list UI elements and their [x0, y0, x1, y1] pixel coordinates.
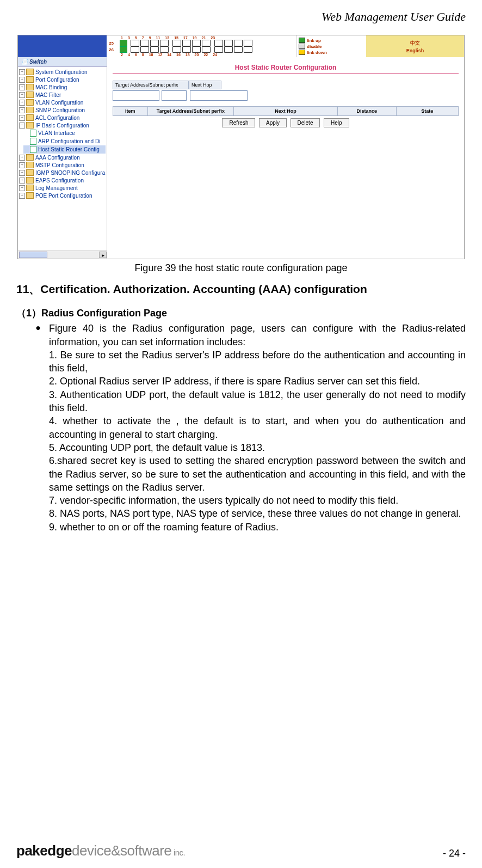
main-content: Host Static Router Configuration Target …	[107, 57, 464, 259]
port-row-label: 25	[109, 41, 119, 46]
port-num: 1	[121, 36, 123, 40]
port-icon	[192, 40, 201, 46]
sub-heading: （1）Radius Configuration Page	[16, 307, 466, 320]
figure-screenshot: 1 3 5 7 9 11 13 15 17 19 21 23 25	[17, 35, 465, 259]
page-icon	[30, 146, 36, 153]
port-num: 11	[156, 36, 160, 40]
expand-icon[interactable]: +	[19, 155, 25, 161]
port-num: 4	[128, 53, 130, 57]
port-icon	[182, 40, 191, 46]
bullet-marker: ●	[16, 322, 49, 534]
title-divider	[113, 74, 459, 74]
tree-item-vlan-interface[interactable]: VLAN Interface	[23, 129, 106, 137]
expand-icon[interactable]: +	[19, 107, 25, 113]
language-panel: 中文 English	[366, 35, 464, 57]
sidebar-scrollbar[interactable]: ▸	[18, 250, 107, 259]
port-num: 16	[176, 53, 181, 57]
tree-item-mac-filter[interactable]: +MAC Filter	[19, 91, 106, 99]
tree-item-log[interactable]: +Log Management	[19, 184, 106, 192]
port-icon	[172, 46, 181, 53]
scrollbar-right-arrow-icon[interactable]: ▸	[99, 252, 107, 258]
tree-item-mstp[interactable]: +MSTP Configuration	[19, 161, 106, 169]
subnet-prefix-input[interactable]	[162, 90, 187, 101]
folder-icon	[26, 91, 34, 98]
expand-icon[interactable]: +	[19, 178, 25, 184]
bullet-p6: 6.shared secret key is used to setting t…	[49, 455, 466, 493]
refresh-button[interactable]: Refresh	[222, 118, 255, 127]
figure-caption: Figure 39 the host static route configur…	[16, 262, 466, 274]
sidebar-title: 📄Switch	[18, 57, 107, 67]
apply-button[interactable]: Apply	[259, 118, 287, 127]
expand-icon[interactable]: +	[19, 170, 25, 176]
folder-icon	[26, 192, 34, 199]
expand-icon[interactable]: +	[19, 84, 25, 90]
port-icon	[172, 40, 181, 46]
tree-item-eaps[interactable]: +EAPS Configuration	[19, 176, 106, 184]
tree-item-mac-binding[interactable]: +MAC Binding	[19, 83, 106, 91]
port-green-icon	[120, 46, 127, 53]
table-header-state: State	[396, 107, 458, 116]
legend-disable-icon	[299, 44, 305, 49]
folder-icon	[26, 69, 34, 75]
bullet-content: Figure 40 is the Radius configuration pa…	[49, 322, 466, 534]
lang-en-link[interactable]: English	[406, 48, 424, 53]
port-icon	[244, 40, 252, 46]
tree-item-port[interactable]: +Port Configuration	[19, 76, 106, 83]
bullet-p8: 8. NAS ports, NAS port type, NAS type of…	[49, 508, 461, 519]
tree-item-arp-config[interactable]: ARP Configuration and Di	[23, 137, 106, 145]
table-header-nexthop: Next Hop	[234, 107, 338, 116]
lang-cn-link[interactable]: 中文	[410, 40, 420, 47]
logo-light: device&software	[72, 842, 171, 859]
expand-icon[interactable]: +	[19, 100, 25, 106]
legend-linkup-icon	[299, 38, 305, 43]
port-num: 12	[158, 53, 162, 57]
next-hop-input[interactable]	[190, 90, 248, 101]
expand-icon[interactable]: +	[19, 115, 25, 121]
legend-linkdown-label: link down	[307, 50, 327, 55]
port-num: 9	[149, 36, 151, 40]
page-icon	[30, 130, 36, 137]
port-num: 18	[186, 53, 190, 57]
collapse-icon[interactable]: −	[19, 123, 25, 129]
tree-item-aaa[interactable]: +AAA Configuration	[19, 154, 106, 161]
expand-icon[interactable]: +	[19, 162, 25, 168]
legend-linkup-label: link up	[307, 38, 321, 43]
port-num: 15	[174, 36, 178, 40]
tree-item-poe[interactable]: +POE Port Configuration	[19, 192, 106, 199]
expand-icon[interactable]: +	[19, 77, 25, 83]
folder-icon	[26, 99, 34, 106]
port-icon	[244, 46, 252, 53]
port-panel: 1 3 5 7 9 11 13 15 17 19 21 23 25	[107, 35, 296, 57]
expand-icon[interactable]: +	[19, 69, 25, 75]
target-address-input[interactable]	[113, 90, 159, 101]
port-num: 22	[203, 53, 208, 57]
folder-icon	[26, 185, 34, 191]
port-icon	[182, 46, 191, 53]
port-icon	[160, 40, 169, 46]
tree-item-snmp[interactable]: +SNMP Configuration	[19, 106, 106, 114]
port-num: 8	[142, 53, 144, 57]
port-icon	[224, 40, 233, 46]
tree-item-vlan[interactable]: +VLAN Configuration	[19, 99, 106, 106]
help-button[interactable]: Help	[324, 118, 349, 127]
logo-inc: inc.	[171, 848, 185, 857]
tree-item-igmp[interactable]: +IGMP SNOOPING Configura	[19, 169, 106, 176]
expand-icon[interactable]: +	[19, 193, 25, 199]
expand-icon[interactable]: +	[19, 185, 25, 191]
folder-icon	[26, 76, 34, 83]
tree-item-acl[interactable]: +ACL Configuration	[19, 114, 106, 121]
tree-item-host-static[interactable]: Host Static Router Config	[23, 145, 106, 154]
table-header-target: Target Address/Subnet perfix	[147, 107, 234, 116]
form-label-nexthop: Next Hop	[189, 81, 221, 89]
scrollbar-thumb[interactable]	[19, 252, 47, 258]
folder-icon	[26, 154, 34, 161]
port-num: 20	[195, 53, 199, 57]
nav-tree: +System Configuration +Port Configuratio…	[18, 67, 107, 250]
tree-item-ip-basic[interactable]: −IP Basic Configuration	[19, 121, 106, 129]
tree-item-system[interactable]: +System Configuration	[19, 68, 106, 76]
expand-icon[interactable]: +	[19, 92, 25, 98]
page-footer: pakedgedevice&software inc. - 24 -	[16, 842, 466, 859]
port-num: 14	[167, 53, 171, 57]
delete-button[interactable]: Delete	[291, 118, 320, 127]
main-title: Host Static Router Configuration	[113, 60, 459, 72]
